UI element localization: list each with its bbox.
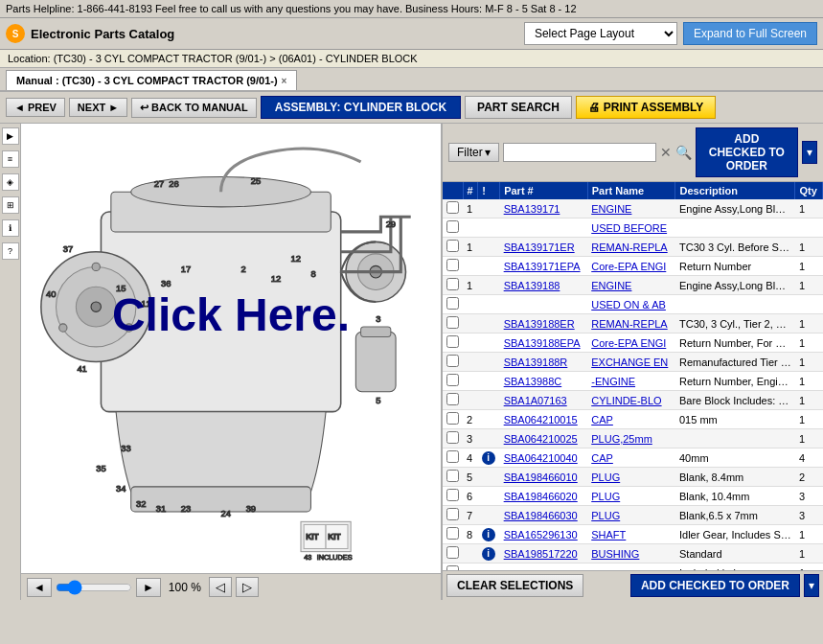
part-number-link[interactable]: SBA064210025	[504, 433, 578, 445]
row-checkbox-cell[interactable]	[443, 295, 463, 314]
row-checkbox-cell[interactable]	[443, 276, 463, 295]
row-part-number[interactable]: SBA139171	[500, 199, 588, 218]
sidebar-icon-4[interactable]: ⊞	[2, 196, 19, 214]
part-name-link[interactable]: REMAN-REPLA	[591, 242, 667, 253]
row-checkbox[interactable]	[446, 393, 459, 405]
row-part-number[interactable]: SBA165296130	[500, 525, 588, 544]
part-search-button[interactable]: PART SEARCH	[465, 96, 572, 119]
row-checkbox-cell[interactable]	[443, 334, 463, 353]
prev-button[interactable]: ◄ PREV	[6, 98, 65, 117]
expand-fullscreen-button[interactable]: Expand to Full Screen	[683, 22, 817, 45]
row-checkbox[interactable]	[446, 470, 459, 482]
page-layout-select[interactable]: Select Page Layout	[524, 22, 677, 45]
row-part-number[interactable]: SBA198466010	[500, 468, 588, 487]
row-part-number[interactable]	[500, 564, 588, 571]
row-checkbox[interactable]	[446, 489, 459, 501]
row-part-number[interactable]: SBA139188	[500, 276, 588, 295]
back-to-manual-button[interactable]: ↩ BACK TO MANUAL	[131, 98, 257, 118]
row-part-number[interactable]: SBA198466020	[500, 487, 588, 506]
row-checkbox-cell[interactable]	[443, 257, 463, 276]
part-number-link[interactable]: SBA198466020	[504, 491, 578, 502]
filter-button[interactable]: Filter ▾	[448, 143, 499, 162]
row-checkbox-cell[interactable]	[443, 564, 463, 571]
tab-close-icon[interactable]: ×	[282, 76, 287, 86]
part-name-link[interactable]: -ENGINE	[591, 376, 635, 387]
row-part-number[interactable]: SBA198517220	[500, 544, 588, 564]
info-icon[interactable]: i	[482, 451, 495, 465]
part-number-link[interactable]: SBA198466010	[504, 472, 578, 483]
clear-selections-button[interactable]: CLEAR SELECTIONS	[446, 574, 583, 597]
part-name-link[interactable]: Core-EPA ENGI	[591, 261, 666, 272]
sidebar-icon-6[interactable]: ?	[2, 242, 19, 260]
row-part-number[interactable]: SBA13988C	[500, 372, 588, 391]
part-number-link[interactable]: SBA064210040	[504, 452, 578, 464]
part-name-link[interactable]: CYLINDE-BLO	[591, 395, 661, 406]
part-number-link[interactable]: SBA198517220	[504, 548, 578, 560]
row-checkbox[interactable]	[446, 355, 459, 367]
part-name-link[interactable]: SHAFT	[591, 529, 626, 540]
part-name-link[interactable]: Core-EPA ENGI	[591, 337, 666, 349]
sidebar-icon-5[interactable]: ℹ	[2, 219, 19, 237]
part-name-link[interactable]: REMAN-REPLA	[591, 318, 667, 330]
row-part-number[interactable]: SBA139188R	[500, 353, 588, 372]
part-number-link[interactable]: SBA139188	[504, 280, 560, 291]
row-info-cell[interactable]: i	[478, 544, 500, 564]
add-checked-bottom-dropdown-icon[interactable]: ▾	[804, 574, 819, 597]
part-number-link[interactable]: SBA165296130	[504, 529, 578, 540]
row-checkbox-cell[interactable]	[443, 218, 463, 238]
part-name-link[interactable]: PLUG	[591, 491, 620, 502]
info-icon[interactable]: i	[482, 528, 495, 541]
zoom-in-button[interactable]: ►	[136, 578, 161, 597]
row-part-number[interactable]: SBA139188ER	[500, 314, 588, 334]
part-name-link[interactable]: USED ON & AB	[591, 299, 666, 310]
part-number-link[interactable]: SBA13988C	[504, 376, 562, 387]
row-checkbox-cell[interactable]	[443, 353, 463, 372]
info-icon[interactable]: i	[482, 547, 495, 561]
add-checked-top-button[interactable]: ADD CHECKED TO ORDER	[696, 127, 798, 177]
filter-input[interactable]	[503, 143, 656, 162]
sidebar-icon-2[interactable]: ≡	[2, 150, 19, 168]
row-checkbox-cell[interactable]	[443, 391, 463, 410]
row-checkbox-cell[interactable]	[443, 448, 463, 468]
row-checkbox[interactable]	[446, 374, 459, 386]
manual-tab[interactable]: Manual : (TC30) - 3 CYL COMPACT TRACTOR …	[6, 70, 297, 90]
row-checkbox[interactable]	[446, 412, 459, 425]
row-checkbox[interactable]	[446, 240, 459, 252]
row-checkbox[interactable]	[446, 278, 459, 290]
row-checkbox[interactable]	[446, 201, 459, 214]
filter-clear-icon[interactable]: ✕	[660, 145, 672, 160]
row-info-cell[interactable]: i	[478, 525, 500, 544]
row-checkbox[interactable]	[446, 259, 459, 271]
row-checkbox[interactable]	[446, 508, 459, 520]
part-name-link[interactable]: PLUG	[591, 472, 620, 483]
row-checkbox[interactable]	[446, 316, 459, 329]
row-checkbox-cell[interactable]	[443, 487, 463, 506]
parts-table-wrapper[interactable]: # ! Part # Part Name Description Qty 1SB…	[443, 182, 823, 570]
part-name-link[interactable]: PLUG,25mm	[591, 433, 652, 445]
part-number-link[interactable]: SBA198466030	[504, 510, 578, 521]
part-name-link[interactable]: CAP	[591, 414, 613, 426]
row-part-number[interactable]: SBA139188EPA	[500, 334, 588, 353]
row-checkbox-cell[interactable]	[443, 238, 463, 257]
row-checkbox-cell[interactable]	[443, 410, 463, 429]
sidebar-icon-1[interactable]: ▶	[2, 127, 19, 145]
part-number-link[interactable]: SBA064210015	[504, 414, 578, 426]
part-number-link[interactable]: SBA139171EPA	[504, 261, 581, 272]
row-part-number[interactable]: SBA139171EPA	[500, 257, 588, 276]
row-checkbox-cell[interactable]	[443, 468, 463, 487]
row-checkbox[interactable]	[446, 431, 459, 444]
pan-right-button[interactable]: ▷	[236, 577, 259, 597]
part-name-link[interactable]: USED BEFORE	[591, 222, 667, 234]
row-part-number[interactable]	[500, 218, 588, 238]
row-checkbox-cell[interactable]	[443, 199, 463, 218]
row-checkbox[interactable]	[446, 450, 459, 463]
row-part-number[interactable]: SBA1A07163	[500, 391, 588, 410]
next-button[interactable]: NEXT ►	[69, 98, 127, 117]
row-checkbox[interactable]	[446, 546, 459, 559]
row-part-number[interactable]: SBA064210025	[500, 429, 588, 448]
part-number-link[interactable]: SBA139171	[504, 203, 560, 215]
add-checked-bottom-button[interactable]: ADD CHECKED TO ORDER	[630, 574, 800, 597]
row-part-number[interactable]: SBA139171ER	[500, 238, 588, 257]
row-part-number[interactable]: SBA064210040	[500, 448, 588, 468]
row-checkbox-cell[interactable]	[443, 314, 463, 334]
